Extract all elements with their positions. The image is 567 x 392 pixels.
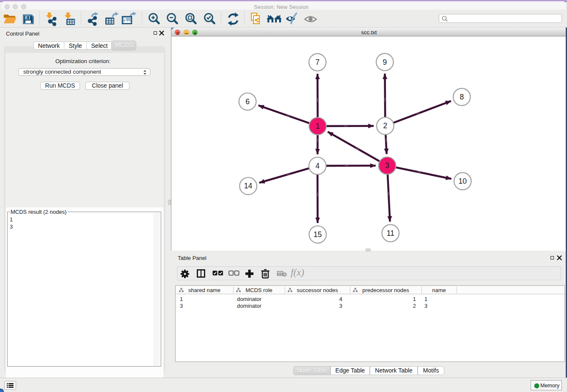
svg-text:3: 3: [385, 161, 389, 170]
svg-text:15: 15: [314, 230, 322, 239]
svg-text:14: 14: [244, 182, 253, 190]
svg-text:6: 6: [245, 97, 250, 106]
svg-text:2: 2: [383, 121, 388, 130]
svg-text:9: 9: [383, 58, 387, 66]
svg-text:8: 8: [460, 93, 464, 101]
svg-text:11: 11: [387, 229, 394, 237]
svg-text:4: 4: [315, 162, 319, 170]
svg-text:10: 10: [459, 177, 467, 185]
svg-text:7: 7: [315, 58, 319, 66]
svg-text:1: 1: [316, 122, 320, 130]
